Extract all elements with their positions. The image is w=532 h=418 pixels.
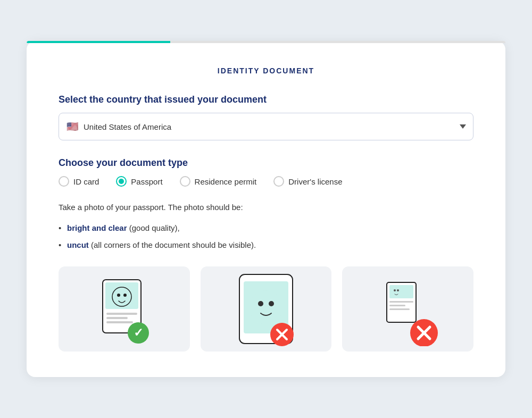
radio-circle-passport: [116, 176, 127, 187]
passport-bad-cropped-svg: [234, 272, 298, 346]
instructions-intro: Take a photo of your passport. The photo…: [59, 202, 473, 214]
radio-label-passport: Passport: [131, 177, 162, 186]
example-bad-cropped: [201, 266, 332, 352]
country-select-wrapper[interactable]: 🇺🇸 United States of America: [59, 113, 473, 140]
radio-circle-drivers-license: [273, 176, 284, 187]
main-card: IDENTITY DOCUMENT Select the country tha…: [27, 41, 505, 377]
document-type-section: Choose your document type ID card Passpo…: [59, 157, 473, 187]
radio-circle-id-card: [59, 176, 69, 187]
svg-rect-23: [389, 301, 413, 303]
example-bad-uncut: [342, 266, 473, 352]
radio-circle-residence-permit: [180, 176, 190, 187]
svg-text:✓: ✓: [134, 326, 143, 339]
svg-point-21: [394, 289, 396, 291]
country-value: United States of America: [84, 122, 171, 131]
svg-point-14: [269, 301, 274, 306]
svg-point-2: [112, 287, 131, 306]
example-good: ✓: [59, 266, 190, 352]
country-select-display[interactable]: 🇺🇸 United States of America: [59, 113, 473, 140]
passport-good-svg: ✓: [95, 274, 153, 344]
radio-label-id-card: ID card: [73, 177, 99, 186]
page-title: IDENTITY DOCUMENT: [59, 66, 473, 75]
svg-rect-5: [106, 313, 137, 315]
svg-rect-6: [106, 317, 128, 319]
radio-option-id-card[interactable]: ID card: [59, 176, 99, 187]
passport-bad-uncut-svg: [376, 272, 440, 346]
radio-label-drivers-license: Driver's license: [288, 177, 342, 186]
radio-option-residence-permit[interactable]: Residence permit: [180, 176, 257, 187]
example-bad-uncut-illustration: [342, 266, 473, 352]
instructions-section: Take a photo of your passport. The photo…: [59, 202, 473, 252]
progress-bar: [27, 41, 505, 43]
instruction-item-uncut: uncut (all corners of the document shoul…: [59, 239, 473, 252]
svg-rect-24: [389, 305, 405, 306]
svg-point-13: [258, 301, 263, 306]
svg-point-20: [392, 287, 401, 296]
country-flag: 🇺🇸: [66, 121, 78, 132]
svg-rect-7: [106, 321, 133, 323]
instruction-bold-bright: bright and clear: [67, 223, 127, 232]
example-bad-cropped-illustration: [201, 266, 332, 352]
radio-group: ID card Passport Residence permit Driver…: [59, 176, 473, 187]
svg-point-12: [249, 290, 283, 324]
instructions-list: bright and clear (good quality), uncut (…: [59, 222, 473, 252]
progress-fill: [27, 41, 170, 43]
instruction-item-bright: bright and clear (good quality),: [59, 222, 473, 235]
document-type-label: Choose your document type: [59, 157, 473, 169]
svg-rect-25: [389, 308, 410, 310]
svg-point-3: [117, 294, 120, 297]
svg-point-22: [397, 289, 399, 291]
radio-option-drivers-license[interactable]: Driver's license: [273, 176, 342, 187]
country-section: Select the country that issued your docu…: [59, 94, 473, 140]
radio-option-passport[interactable]: Passport: [116, 176, 162, 187]
radio-inner-passport: [119, 179, 124, 184]
instruction-bold-uncut: uncut: [67, 240, 89, 249]
country-label: Select the country that issued your docu…: [59, 94, 473, 105]
example-good-illustration: ✓: [59, 266, 190, 352]
svg-point-4: [123, 294, 127, 297]
radio-label-residence-permit: Residence permit: [195, 177, 257, 186]
examples-row: ✓: [59, 266, 473, 352]
